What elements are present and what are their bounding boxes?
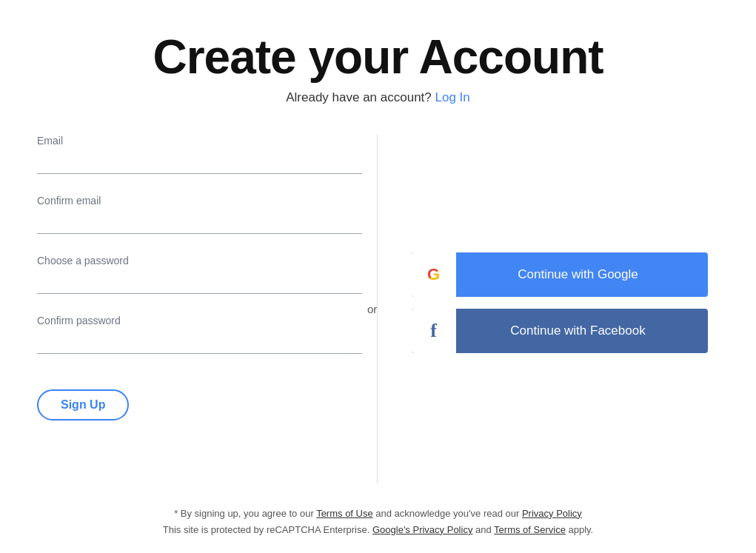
privacy-policy-link[interactable]: Privacy Policy: [522, 508, 582, 519]
signup-button[interactable]: Sign Up: [37, 389, 129, 420]
confirm-password-group: Confirm password: [37, 315, 362, 354]
page-header: Create your Account Already have an acco…: [0, 0, 756, 105]
google-signin-button[interactable]: G Continue with Google: [412, 252, 708, 297]
footer-prefix: * By signing up, you agree to our: [174, 508, 316, 519]
confirm-email-input[interactable]: [37, 211, 362, 234]
facebook-icon-box: f: [412, 309, 456, 353]
facebook-icon: f: [430, 320, 437, 342]
main-content: Email Confirm email Choose a password Co…: [0, 135, 756, 483]
page-title: Create your Account: [0, 30, 756, 84]
password-input[interactable]: [37, 271, 362, 294]
footer: * By signing up, you agree to our Terms …: [148, 483, 608, 553]
terms-of-service-link[interactable]: Terms of Service: [494, 524, 566, 535]
subtitle: Already have an account? Log In: [0, 90, 756, 105]
email-input[interactable]: [37, 151, 362, 174]
password-label: Choose a password: [37, 255, 362, 267]
facebook-button-label: Continue with Facebook: [456, 324, 708, 338]
footer-apply: apply.: [566, 524, 593, 535]
confirm-password-input[interactable]: [37, 331, 362, 354]
subtitle-text: Already have an account?: [286, 90, 432, 104]
google-icon-box: G: [412, 252, 456, 297]
footer-mid: and acknowledge you've read our: [373, 508, 522, 519]
right-panel: or G Continue with Google f Continue wit…: [378, 135, 741, 483]
footer-line2: This site is protected by reCAPTCHA Ente…: [163, 522, 593, 538]
google-icon: G: [427, 265, 440, 284]
footer-recaptcha: This site is protected by reCAPTCHA Ente…: [163, 524, 372, 535]
google-button-label: Continue with Google: [456, 267, 708, 282]
email-label: Email: [37, 135, 362, 147]
google-privacy-link[interactable]: Google's Privacy Policy: [372, 524, 472, 535]
or-divider: or: [367, 300, 377, 318]
facebook-signin-button[interactable]: f Continue with Facebook: [412, 309, 708, 353]
left-panel: Email Confirm email Choose a password Co…: [15, 135, 378, 483]
footer-line1: * By signing up, you agree to our Terms …: [163, 506, 593, 522]
footer-and: and: [472, 524, 494, 535]
confirm-email-label: Confirm email: [37, 195, 362, 207]
login-link[interactable]: Log In: [435, 90, 470, 104]
password-group: Choose a password: [37, 255, 362, 294]
email-group: Email: [37, 135, 362, 174]
confirm-email-group: Confirm email: [37, 195, 362, 234]
confirm-password-label: Confirm password: [37, 315, 362, 326]
terms-of-use-link[interactable]: Terms of Use: [316, 508, 373, 519]
